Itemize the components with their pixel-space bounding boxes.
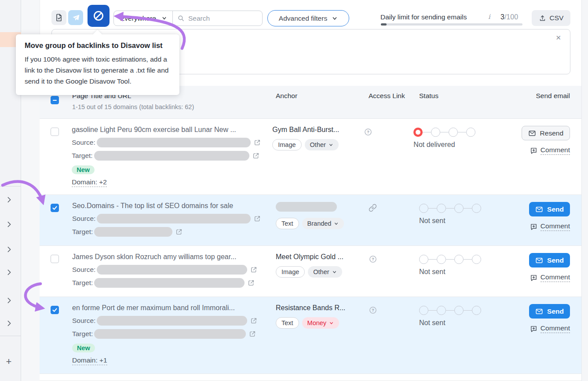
anchor-type-tag: Image [272,139,301,150]
sidebar-expand-button[interactable] [4,194,15,205]
chevron-right-icon [6,197,12,203]
table-row: Seo.Domains - The top list of SEO domain… [40,195,581,246]
external-link-icon[interactable] [249,330,256,337]
search-scope-value: Everywhere [120,15,156,22]
envelope-icon [535,256,543,264]
select-all-checkbox[interactable] [51,96,59,104]
close-icon[interactable]: ✕ [555,34,561,42]
sidebar-expand-button[interactable] [4,244,15,255]
status-text: Not sent [419,217,529,225]
add-button[interactable]: + [3,355,15,368]
new-badge: New [72,165,95,174]
sidebar-divider [0,186,21,187]
status-stepper [413,128,521,137]
comment-plus-icon [530,147,537,154]
anchor-category-dropdown[interactable]: Other [308,266,342,278]
help-icon[interactable]: ? [369,306,377,315]
external-link-icon[interactable] [250,266,257,273]
info-icon[interactable]: i [488,13,490,21]
external-link-icon[interactable] [250,317,257,324]
tooltip-title: Move group of backlinks to Disavow list [25,41,171,50]
row-checkbox[interactable] [51,128,59,136]
external-link-icon[interactable] [248,279,255,286]
anchor-category-dropdown[interactable]: Other [305,139,339,150]
right-gutter [581,0,588,381]
search-field-group: Everywhere Search [113,11,263,26]
send-email-button[interactable]: Send [529,253,570,267]
svg-text:?: ? [372,308,374,312]
search-scope-dropdown[interactable]: Everywhere [114,11,173,26]
domain-link[interactable]: Domain: +2 [72,178,107,187]
export-report-button[interactable] [51,10,66,25]
column-access-link: Access Link [369,92,405,100]
advanced-filters-button[interactable]: Advanced filters [267,10,349,26]
source-label: Source: [72,139,95,147]
chevron-right-icon [6,320,12,326]
search-placeholder: Search [188,15,210,22]
daily-limit-progress-bar [381,23,522,26]
page-title[interactable]: Seo.Domains - The top list of SEO domain… [72,202,276,210]
column-anchor: Anchor [276,92,297,100]
page-title[interactable]: James Dyson sklon Rozruch amy williams t… [72,253,276,261]
external-link-icon[interactable] [175,228,183,235]
anchor-text: Gym Ball Anti-Burst... [272,126,364,134]
anchor-category-dropdown[interactable]: Money [302,317,340,329]
sidebar-expand-button[interactable] [4,318,15,329]
status-text: Not sent [419,268,529,276]
backlink-audit-screen: + Everywhere Search Advanced filters Dai… [0,0,588,381]
comment-link[interactable]: Comment [530,273,570,282]
target-url-redacted [94,227,172,237]
row-checkbox[interactable] [51,255,59,263]
target-label: Target: [72,152,92,160]
external-link-icon[interactable] [254,215,261,222]
comment-plus-icon [530,223,537,231]
daily-limit-label: Daily limit for sending emails [380,13,467,21]
disavow-no-entry-icon [92,10,105,22]
chevron-down-icon [161,15,167,21]
chevron-right-icon [6,246,12,253]
chevron-down-icon [334,221,339,226]
anchor-type-tag: Image [276,266,305,278]
export-csv-button[interactable]: CSV [532,10,570,26]
sidebar-expand-button[interactable] [4,295,15,306]
status-stepper [419,255,529,264]
envelope-icon [535,308,543,315]
row-checkbox[interactable] [51,306,59,314]
svg-text:?: ? [372,257,374,261]
resend-email-button[interactable]: Resend [522,126,570,140]
help-icon[interactable]: ? [364,128,373,136]
sidebar-expand-button[interactable] [4,219,15,230]
send-email-button[interactable]: Send [529,202,570,216]
table-row-partial [40,374,581,381]
upload-icon [539,15,546,22]
access-link-icon[interactable] [369,204,377,212]
external-link-icon[interactable] [254,139,261,146]
send-label: Send [547,308,564,315]
page-title[interactable]: gasoline Light Peru 90cm exercise ball L… [72,126,272,134]
row-checkbox[interactable] [51,204,59,212]
tooltip-body: If you 100% agree with toxic estimations… [25,54,171,87]
comment-link[interactable]: Comment [530,222,570,231]
domain-link[interactable]: Domain: +1 [72,356,107,365]
chevron-down-icon [329,321,334,326]
anchor-text: Resistance Bands R... [276,304,369,312]
anchor-category-dropdown[interactable]: Branded [302,218,344,229]
page-title[interactable]: en forme Port de mer maximum band roll I… [72,304,276,312]
sidebar-expand-button[interactable] [4,267,15,278]
plus-icon: + [6,356,12,367]
resend-label: Resend [540,129,563,137]
comment-link[interactable]: Comment [530,324,570,333]
search-input[interactable]: Search [173,11,262,26]
send-emails-button[interactable] [68,10,83,25]
table-body: gasoline Light Peru 90cm exercise ball L… [40,119,581,381]
envelope-icon [528,129,536,137]
target-url-redacted [94,329,246,339]
anchor-type-tag: Text [276,218,299,229]
send-email-button[interactable]: Send [529,304,570,319]
anchor-text-redacted [276,202,337,212]
comment-link[interactable]: Comment [530,146,570,155]
move-to-disavow-button[interactable] [88,5,110,27]
external-link-icon[interactable] [252,152,259,159]
column-send-email: Send email [536,92,570,100]
help-icon[interactable]: ? [369,255,377,264]
